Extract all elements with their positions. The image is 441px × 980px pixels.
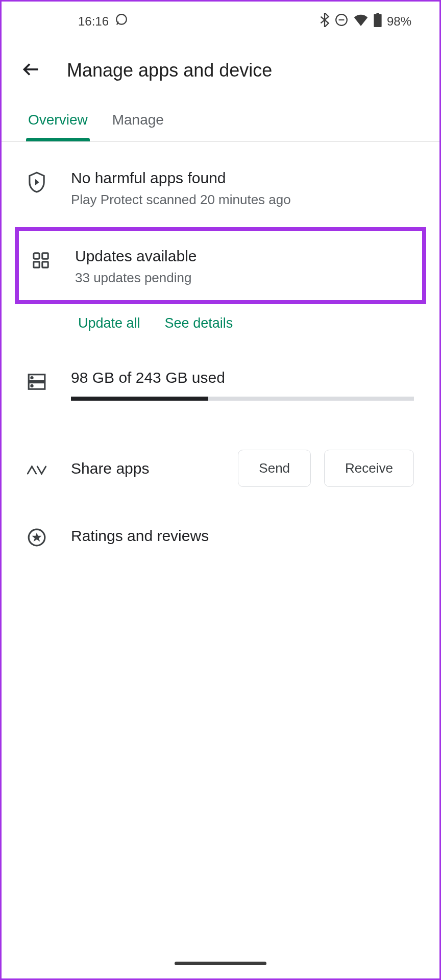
ratings-section[interactable]: Ratings and reviews	[2, 487, 439, 547]
storage-section[interactable]: 98 GB of 243 GB used	[2, 331, 439, 401]
share-section: Share apps Send Receive	[2, 401, 439, 487]
updates-subtitle: 33 updates pending	[75, 270, 410, 286]
storage-progress-fill	[71, 397, 208, 401]
status-time: 16:16	[78, 14, 109, 29]
bluetooth-icon	[320, 13, 330, 30]
updates-section[interactable]: Updates available 33 updates pending	[31, 248, 410, 286]
storage-title: 98 GB of 243 GB used	[71, 369, 414, 386]
dnd-icon	[335, 13, 348, 30]
navigation-bar[interactable]	[175, 962, 266, 965]
update-actions: Update all See details	[2, 304, 439, 331]
svg-point-12	[31, 377, 33, 379]
storage-icon	[27, 372, 46, 391]
svg-rect-6	[34, 253, 39, 259]
content: No harmful apps found Play Protect scann…	[2, 142, 439, 547]
apps-grid-icon	[31, 251, 51, 270]
svg-rect-3	[374, 14, 381, 27]
status-right: 98%	[320, 13, 411, 30]
battery-percent: 98%	[387, 14, 411, 29]
protect-subtitle: Play Protect scanned 20 minutes ago	[71, 192, 414, 208]
see-details-link[interactable]: See details	[165, 315, 233, 331]
wifi-icon	[353, 14, 369, 29]
update-all-link[interactable]: Update all	[78, 315, 140, 331]
whatsapp-icon	[115, 13, 128, 30]
svg-rect-9	[42, 262, 48, 267]
tabs: Overview Manage	[2, 100, 439, 142]
app-header: Manage apps and device	[2, 41, 439, 100]
page-title: Manage apps and device	[67, 60, 272, 81]
updates-title: Updates available	[75, 248, 410, 265]
star-circle-icon	[27, 528, 46, 547]
updates-highlight: Updates available 33 updates pending	[15, 227, 426, 304]
svg-rect-4	[376, 13, 379, 14]
svg-point-13	[31, 385, 33, 386]
shield-play-icon	[27, 173, 46, 192]
tab-overview[interactable]: Overview	[28, 112, 88, 141]
share-title: Share apps	[71, 460, 213, 477]
back-arrow-icon[interactable]	[22, 60, 40, 81]
svg-rect-7	[42, 253, 48, 259]
protect-title: No harmful apps found	[71, 169, 414, 187]
battery-icon	[374, 13, 382, 30]
svg-rect-8	[34, 262, 39, 267]
receive-button[interactable]: Receive	[324, 450, 414, 487]
share-icon	[27, 460, 46, 480]
status-bar: 16:16	[2, 2, 439, 41]
ratings-title: Ratings and reviews	[71, 527, 209, 545]
tab-manage[interactable]: Manage	[112, 112, 164, 141]
play-protect-section[interactable]: No harmful apps found Play Protect scann…	[2, 169, 439, 208]
status-left: 16:16	[78, 13, 128, 30]
send-button[interactable]: Send	[238, 450, 311, 487]
storage-progress	[71, 397, 414, 401]
